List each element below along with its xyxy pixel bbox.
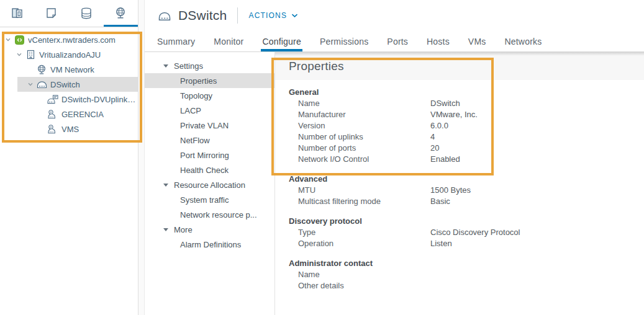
nav-hosts-and-clusters-icon[interactable] xyxy=(0,0,35,27)
dswitch-icon xyxy=(157,11,172,21)
submenu-item-port-mirroring[interactable]: Port Mirroring xyxy=(145,148,274,162)
networking-icon xyxy=(114,7,127,20)
properties-content: Properties GeneralNameDSwitchManufacture… xyxy=(275,52,644,315)
property-label: Operation xyxy=(289,239,430,248)
tree-item-label: DSwitch xyxy=(50,80,80,89)
submenu-item-properties[interactable]: Properties xyxy=(145,73,274,88)
submenu-item-topology[interactable]: Topology xyxy=(145,88,274,103)
submenu-item-system-traffic[interactable]: System traffic xyxy=(145,192,274,207)
property-value: 6.0.0 xyxy=(430,121,448,130)
expand-chevron-icon[interactable] xyxy=(25,79,36,89)
panel-resize-gutter[interactable] xyxy=(138,0,145,315)
chevron-spacer xyxy=(36,94,47,104)
nav-vms-and-templates-icon[interactable] xyxy=(35,0,70,27)
submenu-item-lacp[interactable]: LACP xyxy=(145,103,274,118)
tree-item-label: GERENCIA xyxy=(61,110,104,119)
tab-permissions[interactable]: Permissions xyxy=(320,31,368,51)
submenu-group-label: More xyxy=(174,225,193,234)
tree-item-label: DSwitch-DVUplinks... xyxy=(61,95,138,104)
tree-item-dswitch-dvuplinks[interactable]: DSwitch-DVUplinks... xyxy=(0,92,138,107)
tree-item-label: VM Network xyxy=(50,65,94,74)
tree-item-vm-network[interactable]: VM Network xyxy=(0,62,138,77)
property-label: Manufacturer xyxy=(289,110,430,119)
property-label: Number of uplinks xyxy=(289,132,430,141)
property-label: Other details xyxy=(289,281,430,290)
chevron-spacer xyxy=(25,64,36,74)
tab-summary[interactable]: Summary xyxy=(157,31,195,51)
property-row: Version6.0.0 xyxy=(289,120,644,131)
property-value: Basic xyxy=(430,197,450,206)
caret-down-icon xyxy=(163,64,168,68)
tab-bar: SummaryMonitorConfigurePermissionsPortsH… xyxy=(145,31,644,52)
tree-item-vms[interactable]: VMS xyxy=(0,122,138,136)
submenu-group-label: Settings xyxy=(174,61,203,71)
property-value: VMware, Inc. xyxy=(430,110,478,119)
property-label: Name xyxy=(289,99,430,108)
submenu-item-alarm-definitions[interactable]: Alarm Definitions xyxy=(145,237,274,252)
uplink-portgroup-icon xyxy=(47,94,58,104)
portgroup-icon xyxy=(47,109,58,119)
dswitch-icon xyxy=(36,79,47,89)
chevron-spacer xyxy=(36,109,47,119)
section-heading: Discovery protocol xyxy=(289,216,644,226)
header-divider xyxy=(237,7,238,24)
property-row: MTU1500 Bytes xyxy=(289,184,644,195)
page-title: DSwitch xyxy=(178,8,227,23)
property-value: Listen xyxy=(430,239,452,248)
submenu-item-netflow[interactable]: NetFlow xyxy=(145,133,274,148)
expand-chevron-icon[interactable] xyxy=(14,50,25,60)
submenu-group-more[interactable]: More xyxy=(145,222,274,237)
property-label: Number of ports xyxy=(289,143,430,153)
hosts-and-clusters-icon xyxy=(10,7,24,20)
submenu-item-network-resource-p[interactable]: Network resource p... xyxy=(145,207,274,222)
property-label: Version xyxy=(289,121,430,130)
nav-storage-icon[interactable] xyxy=(69,0,104,27)
section-administrator-contact: Administrator contactNameOther details xyxy=(289,259,644,291)
submenu-item-health-check[interactable]: Health Check xyxy=(145,162,274,177)
submenu-item-private-vlan[interactable]: Private VLAN xyxy=(145,118,274,133)
portgroup-icon xyxy=(47,124,58,134)
tab-ports[interactable]: Ports xyxy=(387,31,408,51)
vcenter-icon xyxy=(14,35,25,45)
section-general: GeneralNameDSwitchManufacturerVMware, In… xyxy=(289,87,644,164)
tab-networks[interactable]: Networks xyxy=(504,31,542,51)
property-value: Cisco Discovery Protocol xyxy=(430,228,520,237)
tab-monitor[interactable]: Monitor xyxy=(214,31,243,51)
tree-item-gerencia[interactable]: GERENCIA xyxy=(0,107,138,122)
main-column: DSwitch ACTIONS SummaryMonitorConfigureP… xyxy=(145,0,644,315)
tree-item-vcenterx-nwtraders-com[interactable]: vCenterx.nwtraders.com xyxy=(0,32,138,47)
property-value: 1500 Bytes xyxy=(430,185,471,195)
properties-title-band: Properties xyxy=(275,52,644,80)
properties-title: Properties xyxy=(289,60,344,73)
network-globe-icon xyxy=(36,64,47,74)
property-row: Other details xyxy=(289,280,644,291)
property-value: 4 xyxy=(430,132,435,141)
tab-hosts[interactable]: Hosts xyxy=(427,31,450,51)
section-heading: Advanced xyxy=(289,174,644,184)
actions-button[interactable]: ACTIONS xyxy=(248,11,298,20)
property-row: Network I/O ControlEnabled xyxy=(289,153,644,164)
property-label: Name xyxy=(289,270,430,279)
section-heading: Administrator contact xyxy=(289,259,644,268)
tab-vms[interactable]: VMs xyxy=(468,31,486,51)
vms-and-templates-icon xyxy=(45,7,58,20)
expand-chevron-icon[interactable] xyxy=(2,35,14,45)
inventory-nav-bar xyxy=(0,0,138,27)
submenu-group-settings[interactable]: Settings xyxy=(145,58,274,73)
tab-configure[interactable]: Configure xyxy=(262,31,301,51)
caret-down-icon xyxy=(163,184,168,187)
tree-item-vritualizandoaju[interactable]: VritualizandoAJU xyxy=(0,47,138,62)
actions-label: ACTIONS xyxy=(248,11,287,20)
submenu-group-resource-allocation[interactable]: Resource Allocation xyxy=(145,177,274,192)
property-label: MTU xyxy=(289,185,430,195)
property-value: 20 xyxy=(430,143,439,153)
property-row: Number of uplinks4 xyxy=(289,131,644,142)
property-row: NameDSwitch xyxy=(289,97,644,109)
property-row: ManufacturerVMware, Inc. xyxy=(289,109,644,120)
inventory-tree: vCenterx.nwtraders.comVritualizandoAJUVM… xyxy=(0,27,138,136)
property-row: Number of ports20 xyxy=(289,142,644,153)
nav-networking-icon[interactable] xyxy=(104,0,138,27)
property-row: OperationListen xyxy=(289,237,644,249)
chevron-down-icon xyxy=(291,14,298,18)
tree-item-dswitch[interactable]: DSwitch xyxy=(0,77,138,92)
